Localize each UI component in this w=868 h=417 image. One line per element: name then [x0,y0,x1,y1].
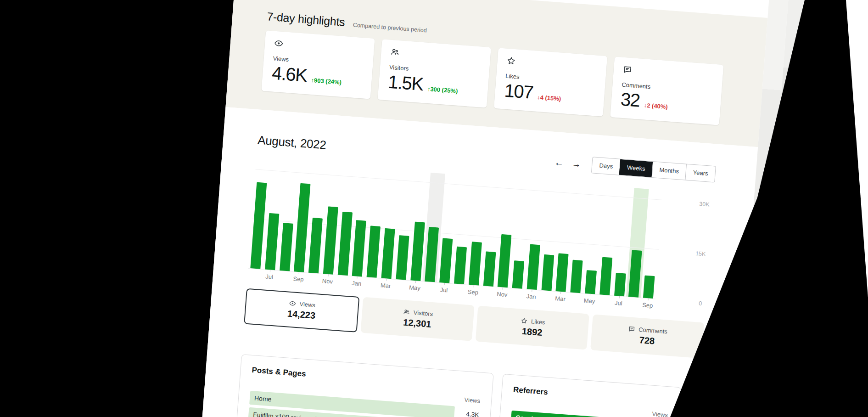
chart-bar[interactable] [512,260,524,289]
views-bar-chart[interactable]: 30K15K0JulSepNovJanMarMayJulSepNovJanMar… [247,152,714,317]
stat-delta: ↑903 (24%) [311,77,342,86]
chart-bar[interactable] [556,254,569,292]
chart-bar[interactable] [294,183,310,272]
summary-value: 12,301 [403,317,431,330]
chart-bar[interactable] [571,260,583,293]
tab-weeks[interactable]: Weeks [619,159,653,177]
chart-bar[interactable] [541,254,554,291]
summary-label: Visitors [413,309,433,317]
stats-page: 7-day highlights Compared to previous pe… [192,0,807,417]
y-axis-label: 30K [672,199,710,208]
chart-bar[interactable] [643,276,655,299]
visitors-highlight-card: Visitors 1.5K ↑300 (25%) [378,39,491,107]
stat-value: 1.5K [387,72,424,95]
x-axis-tick [560,292,561,294]
chart-bar[interactable] [439,238,453,283]
summary-value: 14,223 [287,308,316,321]
y-axis-label: 15K [669,248,706,257]
chart-bar[interactable] [280,223,293,271]
x-axis-tick [532,289,532,292]
people-icon [403,308,410,316]
eye-icon [274,39,283,48]
x-axis-label: May [404,283,425,292]
x-axis-tick [619,296,619,298]
x-axis-tick [386,278,386,281]
post-link[interactable]: Home [250,394,272,403]
next-period-arrow-icon[interactable]: → [571,159,581,169]
summary-value: 1892 [521,326,543,338]
comment-icon [622,65,632,74]
post-views-value: 4.3K [454,409,479,417]
x-axis-tick [415,281,415,283]
x-axis-label: Jul [608,299,629,307]
x-axis-label: Jan [521,293,542,301]
chart-bar[interactable] [498,234,512,288]
screenshot-stage: 7-day highlights Compared to previous pe… [0,0,868,417]
stat-value: 4.6K [271,62,308,86]
views-highlight-card: Views 4.6K ↑903 (24%) [261,30,375,99]
chart-bar[interactable] [352,220,366,276]
x-axis-tick [590,294,590,296]
summary-label: Likes [531,318,545,326]
referrers-card: Referrers Views Google 6.2K [496,374,682,417]
x-axis-label: Jan [346,279,367,287]
chart-bar[interactable] [323,207,338,275]
x-axis-tick [299,272,299,274]
summary-label: Views [299,300,315,309]
stat-delta: ↓2 (40%) [644,101,668,110]
chart-bar[interactable] [250,182,267,269]
x-axis-tick [648,298,649,300]
tab-months[interactable]: Months [651,162,686,180]
chart-bar[interactable] [265,213,279,270]
x-axis-label: Mar [550,294,571,303]
chart-bar[interactable] [526,244,540,290]
tab-years[interactable]: Years [685,164,716,182]
x-axis-label: Nov [317,277,338,285]
referrer-link[interactable]: Google [515,411,537,417]
chart-bar[interactable] [367,226,381,278]
eye-icon [289,300,296,307]
prev-period-arrow-icon[interactable]: ← [554,158,564,167]
comment-icon [628,325,635,332]
period-tabs: Days Weeks Months Years [591,157,716,182]
summary-card-views[interactable]: Views 14,223 [244,288,359,332]
stat-delta: ↑300 (25%) [427,85,458,95]
star-icon [506,56,516,66]
stat-delta: ↓4 (15%) [537,94,561,102]
summary-value: 728 [639,335,655,346]
x-axis-label: May [579,297,600,305]
chart-bar[interactable] [381,228,395,279]
stat-value: 107 [504,80,533,103]
x-axis-tick [473,285,474,287]
summary-card-comments[interactable]: Comments 728 [590,314,704,358]
x-axis-tick [444,283,445,285]
chart-bar[interactable] [599,257,612,295]
summary-label: Comments [638,326,668,335]
people-icon [390,47,400,57]
likes-highlight-card: Likes 107 ↓4 (15%) [494,48,607,116]
x-axis-label: Jul [434,286,454,294]
x-axis-label: Sep [637,301,658,310]
tab-days[interactable]: Days [592,157,620,175]
x-axis-tick [270,270,270,272]
x-axis-tick [357,276,358,279]
chart-section: August, 2022 ← → Days Weeks Months Years… [192,107,758,417]
chart-bar[interactable] [454,246,467,284]
summary-card-likes[interactable]: Likes 1892 [476,306,589,350]
chart-bar[interactable] [337,212,352,276]
x-axis-tick [328,274,328,276]
chart-bar[interactable] [308,218,323,273]
chart-bar[interactable] [396,235,409,280]
x-axis-label: Sep [288,275,309,283]
chart-bar[interactable] [585,270,597,294]
x-axis-label: Jul [259,273,280,281]
comparison-subtitle: Compared to previous period [353,22,427,34]
summary-card-visitors[interactable]: Visitors 12,301 [360,297,474,341]
y-axis-label: 0 [665,298,702,307]
posts-pages-card: Posts & Pages Views Home 4.3K Fujifilm x… [235,354,494,417]
chart-bar[interactable] [483,252,496,287]
comments-highlight-card: Comments 32 ↓2 (40%) [610,56,723,125]
chart-bar[interactable] [469,242,482,285]
chart-bar[interactable] [614,272,626,296]
period-title: August, 2022 [257,133,327,152]
